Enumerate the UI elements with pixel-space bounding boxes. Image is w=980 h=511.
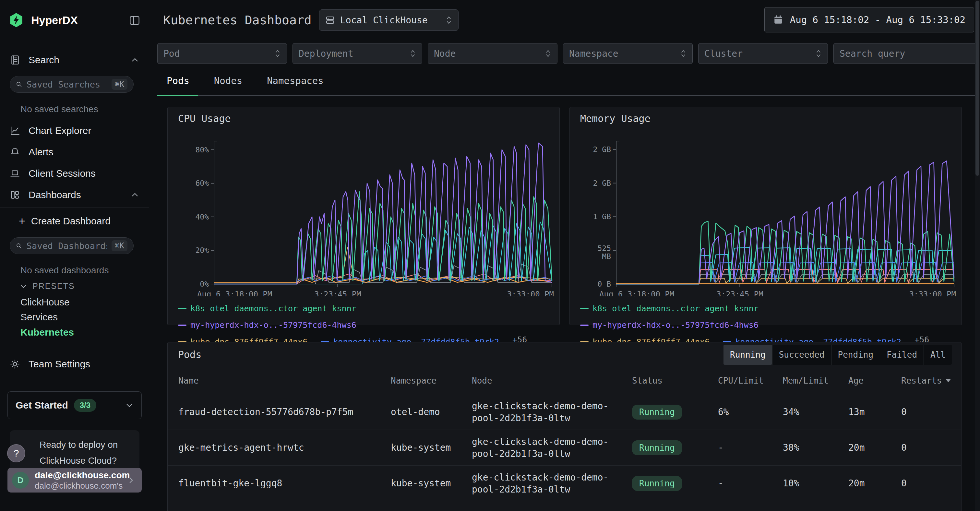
cell-node: gke-clickstack-demo-demo-pool-2d2b1f3a-0… [472,467,632,500]
status-filter-running[interactable]: Running [724,345,772,365]
status-filter-pending[interactable]: Pending [831,345,880,365]
table-row[interactable]: fluentbit-gke-lggq8 kube-system gke-clic… [168,466,961,501]
filter-namespace[interactable]: Namespace [563,43,693,64]
svg-text:525: 525 [597,244,611,253]
sidebar-item-search[interactable]: Search [10,54,139,65]
main-content: Kubernetes Dashboard Local ClickHouse Au… [149,0,980,511]
help-button[interactable]: ? [7,444,25,462]
cell-cpu: 6% [718,407,783,417]
col-namespace[interactable]: Namespace [391,376,472,385]
svg-text:1 GB: 1 GB [593,212,611,221]
preset-services[interactable]: Services [21,312,58,323]
sidebar-item-label: Dashboards [29,189,81,201]
cloud-promo-line2: ClickHouse Cloud? [40,453,133,468]
legend-item[interactable]: my-hyperdx-hdx-o..-57975fcd6-4hws6 [178,318,356,332]
col-mem-limit[interactable]: Mem/Limit [783,376,848,385]
cell-mem: 10% [783,478,848,489]
status-badge: Running [632,440,682,455]
scrollbar-thumb[interactable] [975,1,979,176]
laptop-icon [10,168,20,179]
table-row[interactable]: gke-metrics-agent-hrwtc kube-system gke-… [168,430,961,466]
saved-searches-input[interactable] [27,80,107,89]
cell-namespace: kube-system [391,442,472,453]
memory-usage-chart[interactable]: 0 B525MB1 GB2 GB2 GBAug 6 3:18:00 PM3:23… [570,130,961,296]
preset-clickhouse[interactable]: ClickHouse [21,297,70,308]
col-name[interactable]: Name [178,376,391,385]
table-row[interactable]: fraud-detection-55776d678b-p7f5m otel-de… [168,394,961,430]
data-source-value: Local ClickHouse [340,15,428,25]
saved-searches-search[interactable]: ⌘K [10,76,134,93]
memory-usage-title: Memory Usage [570,107,961,130]
sidebar-item-chart-explorer[interactable]: Chart Explorer [10,125,91,136]
legend-dash [580,308,589,309]
col-status[interactable]: Status [632,376,718,385]
vertical-scrollbar[interactable] [975,0,980,511]
page-title: Kubernetes Dashboard [163,13,312,27]
filter-deployment[interactable]: Deployment [293,43,422,64]
legend-item[interactable]: k8s-otel-daemons..ctor-agent-ksnnr [178,301,356,316]
legend-item[interactable]: my-hyperdx-hdx-o..-57975fcd6-4hws6 [580,318,759,332]
tab-namespaces[interactable]: Namespaces [257,75,333,86]
server-icon [325,15,335,25]
sidebar-item-label: Search [29,54,59,65]
cell-name: fraud-detection-55776d678b-p7f5m [178,407,391,417]
brand[interactable]: HyperDX [10,13,78,27]
cell-age: 13m [848,407,901,417]
col-restarts[interactable]: Restarts [901,376,952,385]
tab-pods[interactable]: Pods [157,75,199,86]
get-started-progress-badge: 3/3 [74,399,96,412]
hyperdx-logo-icon [10,13,23,27]
sidebar-item-label: Chart Explorer [29,125,91,136]
sidebar-item-label: Client Sessions [29,168,95,179]
sidebar-item-dashboards[interactable]: Dashboards [10,189,139,201]
sidebar-item-team-settings[interactable]: Team Settings [10,358,90,369]
bell-icon [10,147,20,157]
sidebar-collapse-icon[interactable] [129,15,140,26]
status-filter-succeeded[interactable]: Succeeded [772,345,831,365]
legend-item[interactable]: k8s-otel-daemons..ctor-agent-ksnnr [580,301,759,316]
chevron-updown-icon [445,15,452,25]
svg-text:MB: MB [602,252,611,261]
sidebar-item-client-sessions[interactable]: Client Sessions [10,168,95,179]
user-menu[interactable]: D dale@clickhouse.com dale@clickhouse.co… [8,468,142,492]
time-range-picker[interactable]: Aug 6 15:18:02 - Aug 6 15:33:02 [764,7,974,32]
cpu-usage-chart[interactable]: 0%20%40%60%80%Aug 6 3:18:00 PM3:23:45 PM… [168,130,559,296]
search-query-input[interactable] [840,48,970,59]
svg-text:3:33:00 PM: 3:33:00 PM [507,290,554,296]
preset-kubernetes[interactable]: Kubernetes [21,327,74,338]
cell-restarts: 0 [901,478,952,489]
chevron-updown-icon [680,49,687,58]
saved-dashboards-input[interactable] [27,241,107,251]
cell-name: gke-metrics-agent-hrwtc [178,442,391,453]
filter-cluster[interactable]: Cluster [698,43,828,64]
cell-name: fluentbit-gke-lggq8 [178,478,391,489]
filter-pod-label: Pod [164,48,180,59]
svg-text:0%: 0% [200,280,209,288]
table-row[interactable]: gke-clickstack-demo-demo- [168,501,961,511]
question-mark-icon: ? [14,448,19,459]
search-query-field[interactable] [834,43,976,64]
presets-label: PRESETS [32,282,75,291]
pods-panel-title: Pods [178,349,201,360]
tab-track [157,95,975,96]
get-started-button[interactable]: Get Started 3/3 [8,392,142,419]
sort-desc-icon [946,379,951,382]
chevron-up-icon [131,191,139,199]
cell-restarts: 0 [901,407,952,417]
filter-pod[interactable]: Pod [157,43,287,64]
tab-nodes[interactable]: Nodes [204,75,252,86]
status-filter-all[interactable]: All [924,345,952,365]
status-filter-failed[interactable]: Failed [880,345,924,365]
col-node[interactable]: Node [472,376,632,385]
col-age[interactable]: Age [848,376,901,385]
filter-node[interactable]: Node [428,43,557,64]
sidebar-item-alerts[interactable]: Alerts [10,146,54,158]
col-cpu-limit[interactable]: CPU/Limit [718,376,783,385]
cloud-promo-line1: Ready to deploy on [40,437,133,453]
create-dashboard-button[interactable]: + Create Dashboard [19,215,111,227]
presets-toggle[interactable]: PRESETS [19,282,75,291]
data-source-select[interactable]: Local ClickHouse [319,10,458,31]
status-badge: Running [632,476,682,491]
saved-dashboards-search[interactable]: ⌘K [10,237,134,254]
status-badge: Running [632,404,682,420]
